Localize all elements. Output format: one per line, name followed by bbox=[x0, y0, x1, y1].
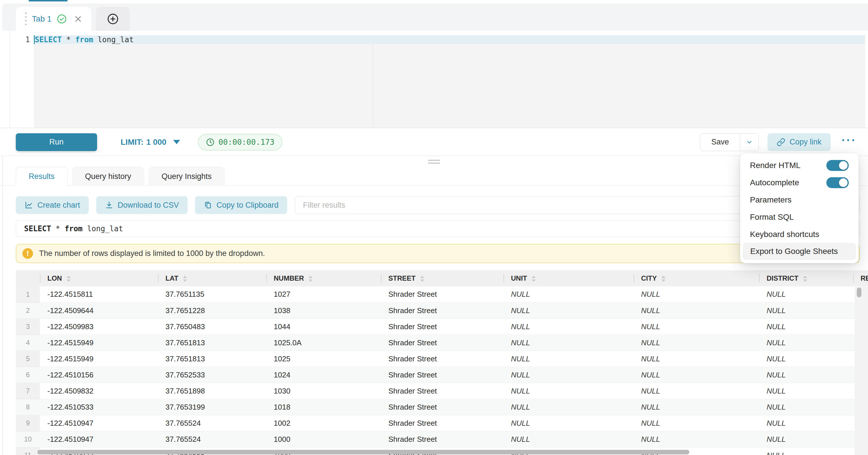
sort-icon[interactable] bbox=[532, 276, 536, 282]
editor-pane-divider bbox=[373, 44, 373, 126]
create-chart-button[interactable]: Create chart bbox=[16, 196, 89, 214]
column-label: STREET bbox=[388, 274, 415, 282]
limit-dropdown[interactable]: LIMIT: 1 000 bbox=[121, 138, 180, 147]
menu-item-label: Render HTML bbox=[750, 161, 801, 170]
table-cell: NULL bbox=[633, 383, 759, 399]
results-toolbar: Create chart Download to CSV Copy to Cli… bbox=[16, 196, 860, 214]
table-cell: NULL bbox=[633, 431, 759, 447]
table-cell: NULL bbox=[759, 335, 853, 351]
more-options-button[interactable]: ··· bbox=[839, 137, 859, 147]
menu-item-label: Keyboard shortcuts bbox=[750, 230, 819, 239]
menu-item-export-to-google-sheets[interactable]: Export to Google Sheets bbox=[743, 243, 856, 260]
table-cell: NULL bbox=[759, 286, 853, 302]
table-cell: NULL bbox=[503, 302, 633, 318]
sort-icon[interactable] bbox=[661, 276, 665, 282]
menu-item-keyboard-shortcuts[interactable]: Keyboard shortcuts bbox=[740, 226, 859, 243]
table-cell: NULL bbox=[633, 318, 759, 335]
chevron-down-icon bbox=[746, 139, 753, 146]
column-header-street[interactable]: STREET bbox=[381, 270, 503, 286]
column-divider bbox=[503, 274, 504, 283]
top-accent-line bbox=[29, 0, 67, 1]
column-header-unit[interactable]: UNIT bbox=[503, 270, 633, 286]
table-row: 2-122.450964437.76512281038Shrader Stree… bbox=[16, 302, 868, 318]
table-cell: Shrader Street bbox=[381, 302, 503, 318]
limit-caret-icon bbox=[173, 140, 180, 144]
table-cell: NULL bbox=[633, 367, 759, 383]
table-cell: 1038 bbox=[266, 302, 381, 318]
column-header-re[interactable]: RE bbox=[853, 270, 868, 286]
table-cell: 37.7651898 bbox=[158, 383, 266, 399]
copy-link-button[interactable]: Copy link bbox=[768, 133, 831, 151]
drag-handle-icon[interactable] bbox=[25, 12, 27, 25]
table-cell: 1025 bbox=[266, 351, 381, 367]
save-split-button: Save bbox=[700, 133, 759, 151]
sort-icon[interactable] bbox=[308, 276, 312, 282]
sort-icon[interactable] bbox=[183, 276, 187, 282]
table-cell: NULL bbox=[759, 367, 853, 383]
sort-icon[interactable] bbox=[803, 276, 807, 282]
row-number-cell: 3 bbox=[16, 318, 40, 335]
download-csv-button[interactable]: Download to CSV bbox=[96, 196, 188, 214]
tab-query-history[interactable]: Query history bbox=[72, 167, 144, 186]
table-cell: NULL bbox=[503, 399, 633, 415]
save-button[interactable]: Save bbox=[700, 133, 740, 151]
menu-item-format-sql[interactable]: Format SQL bbox=[740, 209, 859, 226]
tab-query-insights[interactable]: Query Insights bbox=[149, 167, 225, 186]
close-tab-icon[interactable] bbox=[74, 15, 82, 23]
table-cell: NULL bbox=[503, 318, 633, 335]
save-options-button[interactable] bbox=[740, 133, 758, 151]
horizontal-scrollbar-thumb[interactable] bbox=[37, 450, 689, 454]
menu-item-label: Parameters bbox=[750, 195, 792, 205]
editor-action-bar: Run LIMIT: 1 000 00:00:00.173 Save bbox=[0, 128, 868, 156]
table-cell: NULL bbox=[503, 415, 633, 431]
download-csv-label: Download to CSV bbox=[118, 201, 179, 210]
column-divider bbox=[759, 274, 760, 283]
copy-clipboard-button[interactable]: Copy to Clipboard bbox=[195, 196, 287, 214]
run-button[interactable]: Run bbox=[16, 133, 97, 151]
sql-code-editor[interactable]: 1 SELECT * from long_lat bbox=[0, 31, 868, 128]
sort-icon[interactable] bbox=[67, 276, 71, 282]
active-code-line[interactable]: SELECT * from long_lat bbox=[34, 35, 865, 44]
row-number-cell: 4 bbox=[16, 335, 40, 351]
table-cell: 1018 bbox=[266, 399, 381, 415]
table-cell: -122.4510947 bbox=[40, 415, 158, 431]
row-number-cell: 2 bbox=[16, 302, 40, 318]
panel-resize-handle[interactable] bbox=[428, 160, 440, 164]
limit-label: LIMIT: bbox=[121, 138, 143, 147]
table-cell: NULL bbox=[633, 415, 759, 431]
table-cell: NULL bbox=[633, 286, 759, 302]
row-limit-warning-banner: ! The number of rows displayed is limite… bbox=[16, 244, 860, 263]
results-tabs: ResultsQuery historyQuery Insights bbox=[0, 166, 868, 186]
table-cell: NULL bbox=[759, 318, 853, 335]
autocomplete-toggle[interactable] bbox=[826, 177, 849, 188]
table-row: 1-122.451581137.76511351027Shrader Stree… bbox=[16, 286, 868, 302]
table-cell: NULL bbox=[503, 367, 633, 383]
menu-item-render-html[interactable]: Render HTML bbox=[740, 157, 859, 174]
line-number: 1 bbox=[10, 35, 30, 44]
menu-item-autocomplete[interactable]: Autocomplete bbox=[740, 174, 859, 191]
query-success-icon bbox=[57, 14, 67, 24]
tab-results[interactable]: Results bbox=[16, 167, 67, 186]
table-row: 4-122.451594937.76518131025.0AShrader St… bbox=[16, 335, 868, 351]
editor-tab-strip: Tab 1 bbox=[2, 3, 868, 31]
editor-tab-active[interactable]: Tab 1 bbox=[16, 7, 91, 31]
sort-icon[interactable] bbox=[420, 276, 424, 282]
render-html-toggle[interactable] bbox=[826, 160, 849, 171]
vertical-scrollbar-thumb[interactable] bbox=[857, 287, 861, 297]
new-tab-button[interactable] bbox=[96, 7, 130, 31]
column-label: LAT bbox=[165, 274, 178, 282]
column-header-number[interactable]: NUMBER bbox=[266, 270, 381, 286]
table-cell: 37.7651228 bbox=[158, 302, 266, 318]
table-cell: -122.4510533 bbox=[40, 399, 158, 415]
column-header-lon[interactable]: LON bbox=[40, 270, 158, 286]
column-header-lat[interactable]: LAT bbox=[158, 270, 266, 286]
menu-item-parameters[interactable]: Parameters bbox=[740, 191, 859, 209]
table-header-row: LONLATNUMBERSTREETUNITCITYDISTRICTRE bbox=[16, 270, 868, 286]
column-header-district[interactable]: DISTRICT bbox=[759, 270, 853, 286]
column-header-city[interactable]: CITY bbox=[633, 270, 759, 286]
sql-code-text: SELECT * from long_lat bbox=[35, 35, 133, 44]
vertical-scrollbar-track[interactable] bbox=[855, 287, 868, 455]
table-cell: 37.7651135 bbox=[158, 286, 266, 302]
editor-empty-area bbox=[34, 44, 865, 128]
results-table-container: LONLATNUMBERSTREETUNITCITYDISTRICTRE 1-1… bbox=[16, 270, 868, 455]
